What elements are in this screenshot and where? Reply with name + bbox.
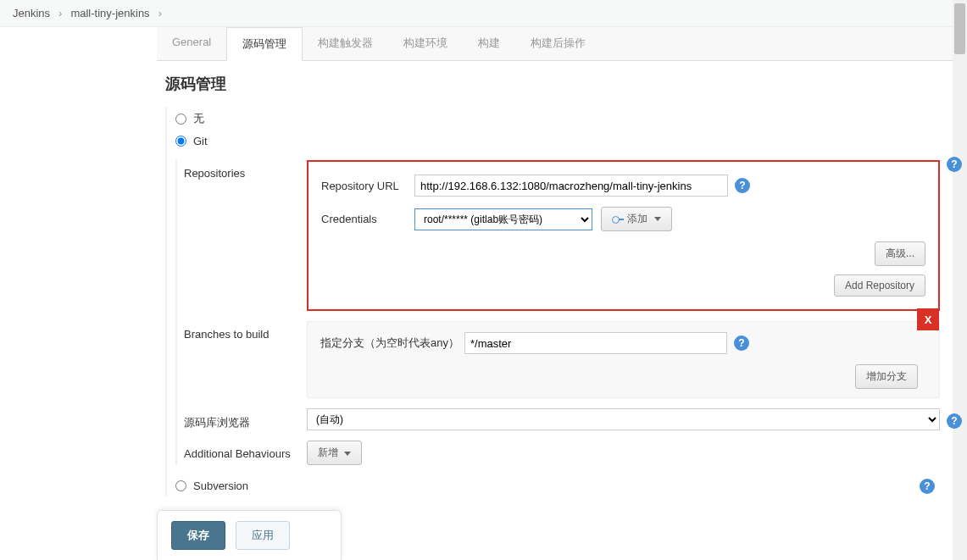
add-behaviour-button[interactable]: 新增 bbox=[307, 441, 362, 465]
caret-down-icon bbox=[344, 452, 351, 456]
breadcrumb-project[interactable]: mall-tiny-jenkins bbox=[70, 7, 149, 19]
section-title: 源码管理 bbox=[157, 61, 967, 103]
breadcrumb-root[interactable]: Jenkins bbox=[13, 7, 50, 19]
key-icon bbox=[612, 216, 624, 223]
breadcrumb: Jenkins › mall-tiny-jenkins › bbox=[0, 0, 967, 27]
scm-none-label: 无 bbox=[193, 111, 204, 126]
help-icon[interactable]: ? bbox=[947, 413, 962, 429]
scrollbar-thumb[interactable] bbox=[954, 3, 965, 54]
scm-radio-git[interactable] bbox=[175, 136, 186, 147]
scm-radio-subversion[interactable] bbox=[175, 480, 186, 491]
help-icon[interactable]: ? bbox=[947, 157, 962, 172]
tab-triggers[interactable]: 构建触发器 bbox=[303, 27, 388, 60]
tab-post[interactable]: 构建后操作 bbox=[515, 27, 601, 60]
branch-spec-label: 指定分支（为空时代表any） bbox=[320, 335, 464, 351]
tab-scm[interactable]: 源码管理 bbox=[226, 27, 303, 61]
branches-box: X 指定分支（为空时代表any） ? 增加分支 bbox=[307, 321, 940, 398]
scm-git-label: Git bbox=[193, 135, 208, 147]
add-repository-button[interactable]: Add Repository bbox=[834, 274, 925, 297]
tab-env[interactable]: 构建环境 bbox=[388, 27, 463, 60]
tab-build[interactable]: 构建 bbox=[463, 27, 515, 60]
behaviours-add-label: 新增 bbox=[318, 446, 338, 458]
repo-browser-label: 源码库浏览器 bbox=[184, 408, 307, 430]
tab-general[interactable]: General bbox=[157, 27, 226, 60]
add-branch-button[interactable]: 增加分支 bbox=[855, 364, 918, 389]
repo-browser-select[interactable]: (自动) bbox=[307, 408, 940, 430]
help-icon[interactable]: ? bbox=[735, 178, 750, 193]
credentials-label: Credentials bbox=[321, 213, 414, 225]
behaviours-label: Additional Behaviours bbox=[184, 441, 307, 460]
add-credentials-button[interactable]: 添加 bbox=[601, 207, 672, 231]
repo-url-label: Repository URL bbox=[321, 180, 414, 192]
config-tabs: General 源码管理 构建触发器 构建环境 构建 构建后操作 bbox=[157, 27, 967, 61]
chevron-right-icon: › bbox=[58, 7, 62, 19]
advanced-button[interactable]: 高级... bbox=[875, 241, 925, 266]
caret-down-icon bbox=[654, 217, 661, 221]
credentials-select[interactable]: root/****** (gitlab账号密码) bbox=[414, 208, 592, 230]
repositories-box: Repository URL ? Credentials root/******… bbox=[307, 160, 940, 311]
help-icon[interactable]: ? bbox=[920, 479, 935, 494]
delete-branch-button[interactable]: X bbox=[917, 308, 939, 330]
repositories-label: Repositories bbox=[184, 160, 307, 180]
scm-radio-none[interactable] bbox=[175, 114, 186, 125]
branches-label: Branches to build bbox=[184, 321, 307, 341]
chevron-right-icon: › bbox=[158, 7, 162, 19]
help-icon[interactable]: ? bbox=[734, 335, 749, 351]
branch-spec-input[interactable] bbox=[464, 332, 727, 354]
scm-subversion-label: Subversion bbox=[193, 480, 248, 492]
add-cred-label: 添加 bbox=[627, 212, 647, 226]
repo-url-input[interactable] bbox=[414, 175, 728, 197]
